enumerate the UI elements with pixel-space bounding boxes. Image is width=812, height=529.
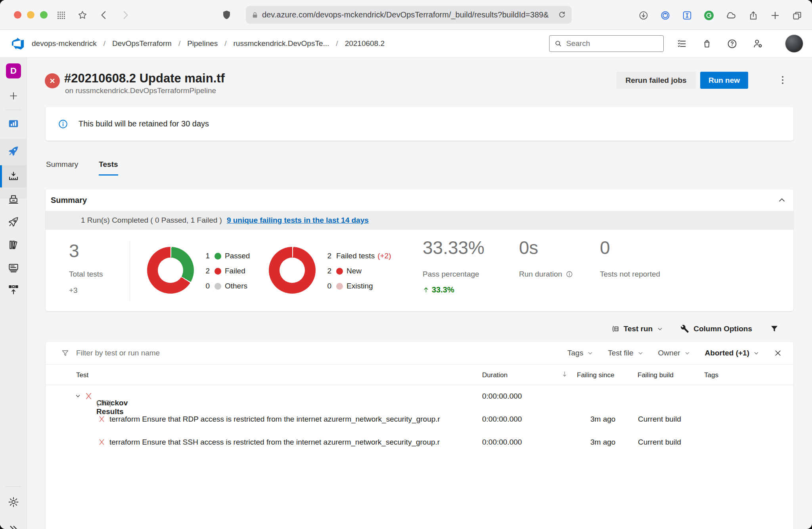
search-icon [554,40,562,48]
group-count: (2/3) [96,399,112,407]
column-duration[interactable]: Duration [482,371,508,379]
chevron-down-icon [753,350,759,356]
sidebar-item-boards[interactable] [0,113,27,135]
user-settings-icon[interactable] [752,38,763,49]
forward-icon[interactable] [120,10,130,20]
test-duration: 0:00:00.000 [482,415,522,424]
sidebar-item-environments[interactable] [0,188,27,210]
filter-input[interactable] [76,349,274,357]
duration-info-icon[interactable] [566,271,573,278]
sidebar-item-releases[interactable] [0,211,27,233]
breadcrumb-run[interactable]: 20210608.2 [345,39,385,48]
environments-icon [8,193,19,205]
test-name: terraform Ensure that SSH access is rest… [109,438,440,447]
filter-toggle-icon[interactable] [770,324,779,334]
table-header: Test Duration Failing since Failing buil… [46,365,793,385]
sidebar-item-library[interactable] [0,234,27,256]
sidebar-item-pipelines[interactable] [0,140,27,162]
tab-tests[interactable]: Tests [99,160,118,176]
sidebar-item-deployments[interactable] [0,165,27,187]
chevron-down-icon [638,350,643,356]
breadcrumb-project[interactable]: DevOpsTerraform [112,39,172,48]
back-icon[interactable] [99,10,109,20]
failed-dot [214,268,221,275]
search-box[interactable] [549,35,664,52]
filter-input-wrap[interactable] [61,349,567,357]
table-row[interactable]: terraform Ensure that SSH access is rest… [46,431,793,454]
column-options-button[interactable]: Column Options [680,325,752,333]
minimize-window-button[interactable] [27,11,34,19]
reader-extension-icon[interactable] [682,10,692,21]
breadcrumb-pipeline[interactable]: russmckendrick.DevOpsTe... [234,39,329,48]
sidebar-item-task-groups[interactable] [0,256,27,279]
legend-item: 2 Failed [202,264,250,279]
summary-heading: Summary [51,196,87,205]
new-tab-icon[interactable] [770,10,780,21]
build-title: #20210608.2 Update main.tf [64,71,225,86]
run-duration-label: Run duration [519,270,573,279]
clear-filter-close-icon[interactable] [774,349,782,357]
failed-x-icon [98,415,105,423]
sidebar-item-deployment-groups[interactable] [0,279,27,301]
existing-dot [336,283,343,290]
search-input[interactable] [566,39,649,48]
run-new-button[interactable]: Run new [700,72,748,89]
azure-devops-logo[interactable] [12,38,24,50]
sidebar-expand-button[interactable] [0,518,27,529]
stats-divider [130,241,130,301]
column-test[interactable]: Test [76,371,88,379]
privacy-shield-icon[interactable] [221,10,232,20]
reload-icon[interactable] [558,11,566,19]
address-bar[interactable]: dev.azure.com/devops-mckendrick/DevOpsTe… [246,6,572,24]
sidebar-settings-button[interactable] [0,491,27,513]
work-items-list-icon[interactable] [676,38,687,49]
password-manager-icon[interactable] [660,10,670,21]
close-window-button[interactable] [14,11,21,19]
table-row[interactable]: terraform Ensure that RDP access is rest… [46,408,793,431]
sidebar-divider [6,110,21,110]
share-icon[interactable] [748,10,758,21]
group-by-test-run-dropdown[interactable]: Test run [611,325,663,333]
boards-icon [8,118,19,130]
app-window: dev.azure.com/devops-mckendrick/DevOpsTe… [0,0,812,529]
marketplace-bag-icon[interactable] [702,38,712,49]
column-tags[interactable]: Tags [704,371,718,379]
sidebar-add-button[interactable] [0,85,27,107]
help-icon[interactable] [727,38,737,49]
tab-summary[interactable]: Summary [46,160,78,176]
breadcrumb-pipelines[interactable]: Pipelines [187,39,218,48]
legend-item: 0 Existing [324,279,391,294]
sort-descending-icon[interactable] [561,370,568,378]
tabs-overview-icon[interactable] [792,10,802,21]
downloads-icon[interactable] [638,10,649,21]
total-tests-label: Total tests [69,270,103,279]
collapse-chevron-up-icon[interactable] [778,196,786,204]
column-failing-build[interactable]: Failing build [638,371,674,379]
tests-summary-card: Summary 1 Run(s) Completed ( 0 Passed, 1… [46,189,793,311]
total-tests-delta: +3 [69,286,78,295]
tags-filter-dropdown[interactable]: Tags [567,349,593,357]
breadcrumb-org[interactable]: devops-mckendrick [32,39,97,48]
more-options-kebab-icon[interactable] [778,75,787,86]
column-failing-since[interactable]: Failing since [577,371,615,379]
grammarly-extension-icon[interactable] [704,10,714,21]
owner-filter-dropdown[interactable]: Owner [658,349,690,357]
failed-tests-legend: 2 Failed tests (+2) 2 New 0 Existing [324,248,391,294]
deployments-icon [8,170,19,182]
results-toolbar: Test run Column Options [46,319,793,339]
bookmarks-star-icon[interactable] [77,10,88,20]
releases-rocket-icon [8,216,19,228]
tab-overview-grid-icon[interactable] [56,10,66,20]
test-file-filter-dropdown[interactable]: Test file [608,349,643,357]
unique-failing-tests-link[interactable]: 9 unique failing tests in the last 14 da… [227,216,369,225]
icloud-icon[interactable] [726,10,737,21]
pipelines-rocket-icon [8,145,19,157]
table-group-row[interactable]: Checkov Results (2/3) 0:00:00.000 [46,385,793,408]
test-name: terraform Ensure that RDP access is rest… [109,415,440,424]
expand-chevron-icon[interactable] [75,393,81,399]
sidebar-project-avatar[interactable]: D [0,60,27,82]
rerun-failed-jobs-button[interactable]: Rerun failed jobs [616,72,696,89]
outcome-filter-dropdown[interactable]: Aborted (+1) [705,349,759,357]
zoom-window-button[interactable] [40,11,48,19]
user-avatar[interactable] [785,34,803,53]
